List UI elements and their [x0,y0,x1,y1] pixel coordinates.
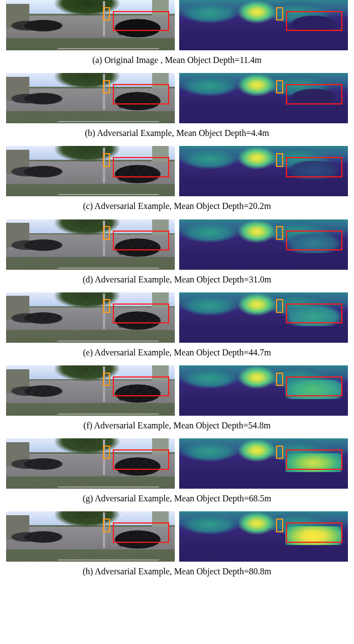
caption: (e) Adversarial Example, Mean Object Dep… [83,347,271,358]
red-box [286,522,342,542]
street-image [6,0,175,50]
red-box [286,231,342,250]
red-box [286,11,342,31]
figure-row [6,0,348,50]
figure-row [6,292,348,343]
caption-letter: (f) [84,421,92,430]
caption-text: Adversarial Example, Mean Object Depth=3… [95,275,271,284]
figure-row [6,511,348,562]
red-box [286,303,342,323]
orange-box [276,446,283,459]
street-image [6,438,175,489]
street-image [6,511,175,562]
depth-map-content [179,219,348,270]
red-box [113,231,169,250]
figure-h: (h) Adversarial Example, Mean Object Dep… [0,511,354,577]
caption: (c) Adversarial Example, Mean Object Dep… [83,201,271,211]
depth-map [179,73,348,123]
orange-box [103,446,110,459]
depth-map-content [179,292,348,343]
depth-map [179,219,348,270]
red-box [113,157,169,177]
depth-map [179,365,348,416]
figure-f: (f) Adversarial Example, Mean Object Dep… [0,365,354,431]
depth-map-content [179,365,348,416]
caption-text: Adversarial Example, Mean Object Depth=6… [95,494,271,503]
red-box [113,522,169,542]
figure-row [6,365,348,416]
caption-letter: (c) [83,201,93,211]
caption: (f) Adversarial Example, Mean Object Dep… [84,420,270,431]
red-box [286,449,342,469]
caption: (g) Adversarial Example, Mean Object Dep… [83,493,272,504]
street-image-content [6,365,175,416]
caption-text: Adversarial Example, Mean Object Depth=4… [95,348,271,357]
red-box [113,303,169,323]
figure-e: (e) Adversarial Example, Mean Object Dep… [0,292,354,358]
street-image-content [6,292,175,343]
orange-box [276,519,283,532]
caption-letter: (d) [83,275,93,284]
caption-letter: (g) [83,494,93,503]
orange-box [276,226,283,240]
depth-map [179,438,348,489]
figure-row [6,438,348,489]
orange-box [103,299,110,313]
street-image [6,292,175,343]
caption-letter: (b) [85,128,96,138]
depth-map [179,292,348,343]
depth-map [179,146,348,196]
street-image [6,146,175,196]
street-image-content [6,146,175,196]
depth-map-content [179,146,348,196]
caption-letter: (e) [83,348,93,357]
street-image-content [6,511,175,562]
caption-text: Original Image , Mean Object Depth=11.4m [105,55,262,65]
figure-row [6,73,348,123]
depth-map-content [179,511,348,562]
red-box [113,84,169,104]
street-image [6,365,175,416]
orange-box [276,153,283,167]
figure-c: (c) Adversarial Example, Mean Object Dep… [0,146,354,211]
caption-text: Adversarial Example, Mean Object Depth=8… [95,567,271,576]
orange-box [103,153,110,167]
street-image [6,219,175,270]
caption: (a) Original Image , Mean Object Depth=1… [92,55,262,65]
caption-text: Adversarial Example, Mean Object Depth=2… [95,201,271,211]
figure-row [6,146,348,196]
figure-row [6,219,348,270]
street-image-content [6,73,175,123]
caption-letter: (h) [83,567,93,576]
caption-letter: (a) [92,55,102,65]
figure-b: (b) Adversarial Example, Mean Object Dep… [0,73,354,138]
street-image-content [6,438,175,489]
depth-map-content [179,0,348,50]
depth-map [179,0,348,50]
caption-text: Adversarial Example, Mean Object Depth=5… [94,421,270,430]
orange-box [276,7,283,21]
red-box [286,376,342,396]
orange-box [103,80,110,94]
depth-map [179,511,348,562]
orange-box [276,80,283,94]
orange-box [103,519,110,532]
red-box [113,11,169,31]
red-box [286,84,342,104]
figure-d: (d) Adversarial Example, Mean Object Dep… [0,219,354,285]
depth-map-content [179,73,348,123]
caption-text: Adversarial Example, Mean Object Depth=4… [97,128,269,138]
red-box [286,157,342,177]
orange-box [103,373,110,386]
red-box [113,376,169,396]
figure-a: (a) Original Image , Mean Object Depth=1… [0,0,354,65]
street-image-content [6,0,175,50]
caption: (d) Adversarial Example, Mean Object Dep… [83,274,272,285]
orange-box [276,373,283,386]
caption: (h) Adversarial Example, Mean Object Dep… [83,566,272,577]
depth-map-content [179,438,348,489]
street-image-content [6,219,175,270]
orange-box [103,7,110,21]
orange-box [276,299,283,313]
caption: (b) Adversarial Example, Mean Object Dep… [85,128,269,138]
